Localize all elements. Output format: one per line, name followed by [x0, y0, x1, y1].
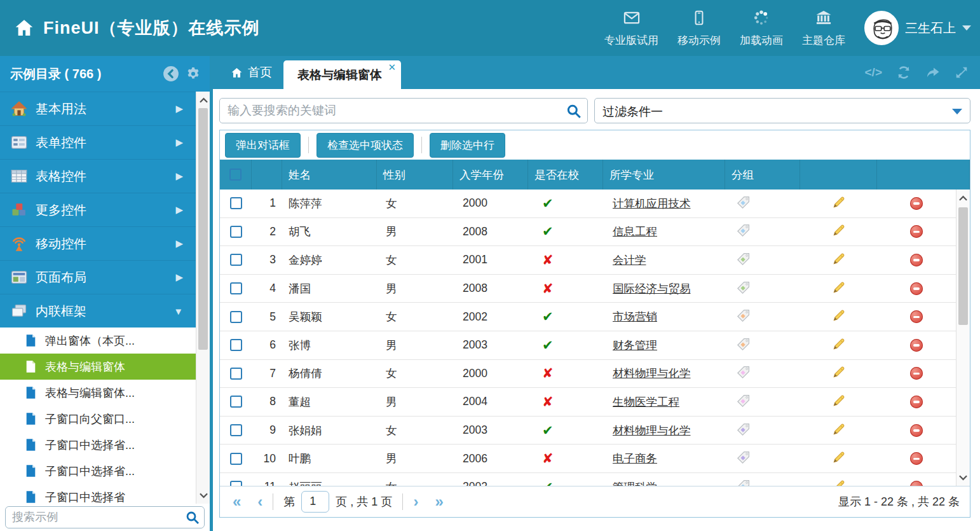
major-link[interactable]: 电子商务: [613, 451, 657, 466]
header-action-envelope[interactable]: 专业版试用: [604, 9, 658, 48]
filter-dropdown[interactable]: 过滤条件一: [594, 98, 970, 123]
sidebar-item-页面布局[interactable]: 页面布局▶: [0, 260, 210, 294]
search-icon[interactable]: [566, 103, 582, 122]
user-menu[interactable]: 三生石上: [864, 11, 971, 45]
last-page-icon[interactable]: »: [435, 494, 443, 509]
sidebar-scrollbar[interactable]: [196, 92, 210, 504]
tag-icon[interactable]: [737, 280, 751, 297]
tab-home[interactable]: 首页: [219, 56, 283, 89]
delete-icon[interactable]: [910, 310, 923, 323]
major-link[interactable]: 生物医学工程: [613, 394, 679, 410]
source-code-icon[interactable]: </>: [865, 66, 882, 79]
edit-pencil-icon[interactable]: [832, 450, 846, 467]
tag-icon[interactable]: [737, 223, 751, 240]
sidebar-item-更多控件[interactable]: 更多控件▶: [0, 193, 210, 226]
row-checkbox[interactable]: [230, 339, 242, 351]
tag-icon[interactable]: [737, 337, 751, 354]
sidebar-subitem[interactable]: 子窗口中选择省: [0, 484, 210, 504]
delete-icon[interactable]: [910, 396, 923, 408]
sidebar-item-表格控件[interactable]: 表格控件▶: [0, 159, 210, 193]
tag-icon[interactable]: [737, 394, 751, 410]
sidebar-item-表单控件[interactable]: 表单控件▶: [0, 125, 210, 159]
row-checkbox[interactable]: [230, 254, 242, 266]
tag-icon[interactable]: [737, 252, 751, 268]
edit-pencil-icon[interactable]: [832, 280, 846, 297]
major-link[interactable]: 国际经济与贸易: [613, 281, 691, 296]
maximize-icon[interactable]: [955, 66, 969, 79]
major-link[interactable]: 财务管理: [613, 338, 657, 353]
tag-icon[interactable]: [737, 365, 751, 382]
delete-icon[interactable]: [910, 452, 923, 465]
sidebar-subitem[interactable]: 子窗口向父窗口...: [0, 406, 210, 432]
row-checkbox[interactable]: [230, 226, 242, 238]
sidebar-item-移动控件[interactable]: 移动控件▶: [0, 226, 210, 260]
row-checkbox[interactable]: [230, 424, 242, 436]
major-link[interactable]: 材料物理与化学: [613, 366, 691, 381]
tag-icon[interactable]: [737, 479, 751, 486]
major-link[interactable]: 管理科学: [613, 479, 657, 486]
close-icon[interactable]: ✕: [388, 62, 396, 73]
keyword-search-input[interactable]: [220, 99, 587, 123]
major-link[interactable]: 计算机应用技术: [613, 196, 691, 211]
delete-icon[interactable]: [910, 254, 923, 266]
edit-pencil-icon[interactable]: [832, 308, 846, 325]
edit-pencil-icon[interactable]: [832, 195, 846, 212]
open-dialog-button[interactable]: 弹出对话框: [225, 133, 301, 158]
edit-pencil-icon[interactable]: [832, 394, 846, 410]
delete-icon[interactable]: [910, 339, 923, 352]
tag-icon[interactable]: [737, 450, 751, 467]
sidebar-subitem[interactable]: 表格与编辑窗体: [0, 354, 210, 380]
sidebar-subitem[interactable]: 弹出窗体（本页...: [0, 328, 210, 354]
row-checkbox[interactable]: [230, 311, 242, 323]
edit-pencil-icon[interactable]: [832, 223, 846, 240]
row-checkbox[interactable]: [230, 282, 242, 294]
refresh-icon[interactable]: [896, 65, 911, 80]
open-new-window-icon[interactable]: [925, 65, 941, 80]
gear-icon[interactable]: [186, 66, 201, 81]
delete-icon[interactable]: [910, 424, 923, 437]
sidebar-subitem[interactable]: 子窗口中选择省...: [0, 458, 210, 484]
scrollbar-thumb[interactable]: [958, 207, 968, 325]
edit-pencil-icon[interactable]: [832, 365, 846, 382]
sidebar-item-内联框架[interactable]: 内联框架▼: [0, 294, 210, 328]
major-link[interactable]: 会计学: [613, 252, 646, 268]
page-number-input[interactable]: [301, 491, 329, 513]
sidebar-subitem[interactable]: 表格与编辑窗体...: [0, 380, 210, 406]
check-selected-button[interactable]: 检查选中项状态: [316, 133, 414, 158]
delete-icon[interactable]: [910, 225, 923, 238]
scroll-down-icon[interactable]: [196, 488, 210, 502]
row-checkbox[interactable]: [230, 481, 242, 486]
next-page-icon[interactable]: ›: [413, 494, 418, 509]
select-all-checkbox[interactable]: [229, 169, 242, 181]
sidebar-subitem[interactable]: 子窗口中选择省...: [0, 432, 210, 458]
search-icon[interactable]: [185, 510, 200, 528]
collapse-sidebar-icon[interactable]: [163, 66, 179, 82]
delete-icon[interactable]: [910, 367, 923, 380]
edit-pencil-icon[interactable]: [832, 479, 846, 486]
scroll-up-icon[interactable]: [956, 191, 970, 205]
scrollbar-thumb[interactable]: [198, 108, 208, 350]
row-checkbox[interactable]: [230, 453, 242, 465]
edit-pencil-icon[interactable]: [832, 252, 846, 268]
header-action-spinner[interactable]: 加载动画: [740, 9, 783, 48]
tag-icon[interactable]: [737, 308, 751, 325]
scroll-down-icon[interactable]: [956, 471, 970, 485]
edit-pencil-icon[interactable]: [832, 337, 846, 354]
header-action-mobile[interactable]: 移动示例: [677, 9, 721, 48]
avatar[interactable]: [864, 11, 899, 45]
major-link[interactable]: 材料物理与化学: [613, 423, 691, 438]
tab-active[interactable]: 表格与编辑窗体 ✕: [283, 60, 401, 89]
delete-icon[interactable]: [910, 197, 923, 210]
scroll-up-icon[interactable]: [196, 93, 210, 107]
edit-pencil-icon[interactable]: [832, 422, 846, 439]
tag-icon[interactable]: [737, 195, 751, 212]
header-action-bank[interactable]: 主题仓库: [802, 9, 845, 48]
tag-icon[interactable]: [737, 422, 751, 439]
delete-icon[interactable]: [910, 282, 923, 295]
major-link[interactable]: 信息工程: [613, 224, 657, 239]
first-page-icon[interactable]: «: [233, 494, 241, 509]
delete-selected-button[interactable]: 删除选中行: [430, 133, 505, 158]
table-scrollbar[interactable]: [956, 190, 970, 486]
prev-page-icon[interactable]: ‹: [257, 494, 262, 509]
sidebar-search-input[interactable]: [6, 507, 204, 528]
